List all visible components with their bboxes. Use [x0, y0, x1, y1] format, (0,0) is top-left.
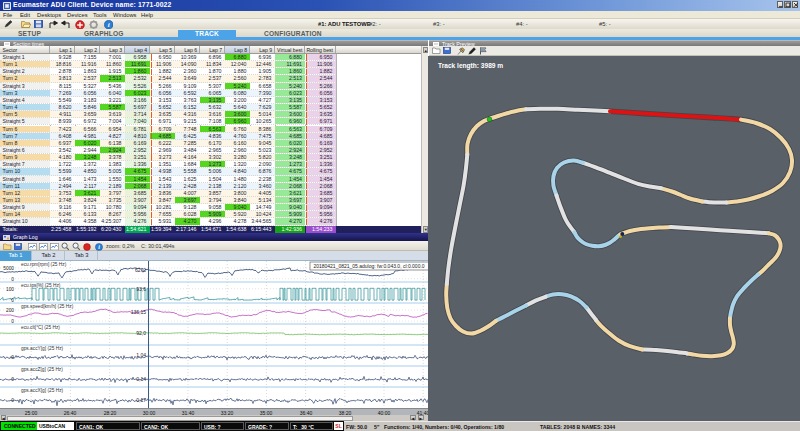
svg-text:ecu.rpm[rpm] (25 Hz): ecu.rpm[rpm] (25 Hz)	[21, 261, 67, 266]
svg-text:ecu.clt[°C] (25 Hz): ecu.clt[°C] (25 Hz)	[21, 324, 60, 329]
svg-text:5000: 5000	[3, 265, 14, 270]
svg-text:20180421_0821_05.adulog: fw:0.: 20180421_0821_05.adulog: fw:0.043.0, cl:…	[313, 263, 424, 269]
svg-text:200: 200	[6, 308, 14, 313]
svg-text:0: 0	[11, 318, 14, 323]
svg-text:ecu.tps[%] (25 Hz): ecu.tps[%] (25 Hz)	[21, 282, 61, 287]
svg-text:0: 0	[11, 276, 14, 281]
svg-text:100: 100	[6, 286, 14, 291]
svg-text:0: 0	[11, 297, 14, 302]
svg-text:93,6: 93,6	[136, 286, 146, 292]
svg-text:gps.speed[km/h] (25 Hz): gps.speed[km/h] (25 Hz)	[21, 303, 74, 308]
svg-text:1,04: 1,04	[136, 351, 146, 357]
svg-text:92,0: 92,0	[136, 330, 146, 336]
svg-text:gps.accZ[g] (25 Hz): gps.accZ[g] (25 Hz)	[21, 366, 63, 371]
svg-text:gps.accY[g] (25 Hz): gps.accY[g] (25 Hz)	[21, 345, 64, 350]
svg-text:0,14: 0,14	[136, 376, 146, 382]
svg-text:0: 0	[11, 398, 14, 403]
svg-text:0: 0	[11, 355, 14, 360]
svg-text:0: 0	[11, 377, 14, 382]
svg-text:6270: 6270	[135, 267, 146, 273]
svg-text:gps.accX[g] (25 Hz): gps.accX[g] (25 Hz)	[21, 387, 64, 392]
svg-text:0,17: 0,17	[136, 397, 146, 403]
svg-text:136,15: 136,15	[131, 309, 147, 315]
